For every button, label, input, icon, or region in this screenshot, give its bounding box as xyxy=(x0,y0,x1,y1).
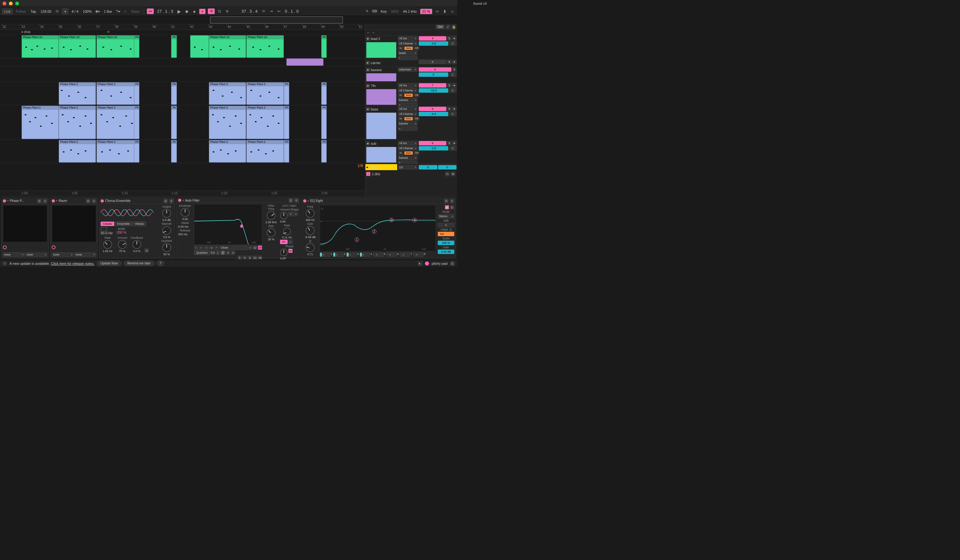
clip[interactable]: Phase Plant 2 xyxy=(96,106,136,139)
af-circuit-dropdown[interactable]: Clean xyxy=(219,245,252,250)
arm-button[interactable]: ● xyxy=(452,36,456,41)
fold-button[interactable]: ▾ xyxy=(366,107,370,111)
minimize-window-button[interactable] xyxy=(9,2,13,5)
tempo-field[interactable]: 128.00 xyxy=(39,10,53,13)
clip[interactable]: Ph xyxy=(171,106,176,139)
clip[interactable]: Ph xyxy=(134,106,139,139)
lane-7th[interactable]: Phase Plant 2 Phase Plant 2 Ph Ph Phase … xyxy=(0,82,365,106)
clip[interactable]: Ph xyxy=(171,140,176,163)
eq-band-type-dropdown[interactable] xyxy=(416,252,424,257)
eq-band-enable[interactable] xyxy=(333,252,336,257)
input-dropdown[interactable]: All Ins xyxy=(398,141,418,146)
capture-button[interactable]: ⊡ xyxy=(217,8,222,14)
loop-position[interactable]: 37 . 3 . 4 xyxy=(240,9,259,14)
clip[interactable]: Phase Plant 2 xyxy=(96,82,136,105)
af-lfo-amount-knob[interactable] xyxy=(280,212,288,219)
fold-button[interactable]: ▾ xyxy=(366,68,370,72)
eq-scale-field[interactable]: 100 % xyxy=(438,241,454,245)
solo-button[interactable]: S xyxy=(447,83,451,88)
chain-dropdown[interactable]: none xyxy=(52,252,74,257)
eq-band-enable[interactable] xyxy=(346,252,349,257)
af-res-knob[interactable] xyxy=(267,228,275,237)
clip[interactable]: Ph xyxy=(171,82,176,105)
update-now-button[interactable]: Update Now xyxy=(97,261,121,266)
volume-field[interactable]: -9.3 xyxy=(419,112,448,116)
input-dropdown[interactable]: sidechain xyxy=(398,67,418,72)
tempo-automation-icon[interactable]: ♪ xyxy=(366,172,370,176)
device-save-icon[interactable]: ⊡ xyxy=(37,199,42,203)
arm-button[interactable]: ● xyxy=(452,107,456,111)
scale-root-field[interactable]: C xyxy=(123,10,128,13)
clip[interactable]: Ph xyxy=(284,82,289,105)
clip[interactable]: Phase Plant 10 xyxy=(246,35,283,58)
time-signature-field[interactable]: 4 / 4 xyxy=(70,10,79,13)
locator-drop[interactable]: drop xyxy=(22,30,30,34)
solo-button[interactable]: S xyxy=(447,141,451,146)
output-dropdown[interactable]: basses xyxy=(398,155,418,160)
metronome-icon[interactable]: ⦀⦀ xyxy=(54,8,60,14)
af-quant-btn[interactable]: 0.5 xyxy=(210,251,215,255)
output-dropdown[interactable]: leads xyxy=(398,51,418,55)
punch-out-button[interactable]: ↤ xyxy=(276,8,282,14)
draw-mode-button[interactable]: ✎▸ xyxy=(115,8,121,14)
eq-band-type-dropdown[interactable] xyxy=(389,252,397,257)
solo-button[interactable]: S xyxy=(447,36,451,41)
af-filter-display[interactable]: 100 1k 10k xyxy=(194,204,262,245)
track-name[interactable]: basses xyxy=(371,68,382,72)
chain-dropdown[interactable]: none xyxy=(3,252,25,257)
fold-button[interactable]: ▾ xyxy=(366,142,370,146)
height-button[interactable]: H xyxy=(445,172,450,176)
info-icon[interactable]: i xyxy=(3,261,7,266)
chorus-hpf-freq[interactable]: 50.0 Hz xyxy=(101,231,113,235)
pan-field[interactable]: C xyxy=(449,146,456,150)
clip[interactable]: Phase Plant 2 xyxy=(246,140,283,163)
device-expand-icon[interactable]: ⊙ xyxy=(92,199,96,203)
maximize-window-button[interactable] xyxy=(15,2,19,5)
device-expand-icon[interactable]: ⊙ xyxy=(450,199,454,203)
grid-fraction[interactable]: 1/8 xyxy=(357,163,363,168)
af-attack-field[interactable]: 6.00 ms xyxy=(178,225,192,228)
filter-lowpass-icon[interactable]: ⌐ xyxy=(194,245,198,250)
filter-highpass-icon[interactable]: ⌐ xyxy=(199,245,203,250)
eq-band-type-dropdown[interactable] xyxy=(336,252,344,257)
track-activator[interactable]: 4 xyxy=(419,36,446,41)
af-quant-btn[interactable]: 12 xyxy=(253,256,257,260)
main-volume[interactable]: 0 xyxy=(438,165,457,170)
chorus-width-field[interactable]: 200 % xyxy=(117,230,126,234)
eq-band-2[interactable]: 2 xyxy=(372,229,376,234)
groove-amount-field[interactable]: 100% xyxy=(82,10,93,13)
stop-button[interactable]: ■ xyxy=(184,8,190,14)
af-slope-12-button[interactable]: 12 xyxy=(253,245,257,250)
track-activator[interactable]: 5 xyxy=(419,60,446,64)
help-button[interactable]: ? xyxy=(157,261,165,266)
quantize-menu[interactable]: 1 Bar xyxy=(102,10,114,13)
device-save-icon[interactable]: ⊡ xyxy=(444,199,449,203)
eq-mode-dropdown[interactable]: Stereo xyxy=(438,214,454,218)
eq-band-enable[interactable] xyxy=(400,252,402,257)
clip[interactable]: Phase Plant 2 xyxy=(59,82,96,105)
af-quant-btn[interactable]: 4 xyxy=(231,251,235,255)
chorus-warmth-knob[interactable] xyxy=(162,226,171,235)
solo-button[interactable]: S xyxy=(452,67,456,72)
af-quant-btn[interactable]: 2 xyxy=(221,251,225,255)
eq-band-type-dropdown[interactable] xyxy=(403,252,410,257)
output-dropdown[interactable]: 1/2 xyxy=(398,165,418,170)
volume-field[interactable]: -2.6 xyxy=(419,146,448,150)
clip[interactable]: Phase Plant 10 xyxy=(22,35,59,58)
cpu-meter[interactable]: 21 % xyxy=(420,8,432,14)
pencil-icon[interactable]: ✎ xyxy=(364,8,370,14)
input-channel-dropdown[interactable]: All Channe xyxy=(398,41,418,46)
lane-bass[interactable]: Phase Plant 2 Phase Plant 2 Phase Plant … xyxy=(0,106,365,140)
loop-length[interactable]: 0 . 1 . 0 xyxy=(283,9,300,14)
close-window-button[interactable] xyxy=(3,2,6,5)
clip[interactable]: Ph xyxy=(134,140,139,163)
af-freq-knob[interactable] xyxy=(267,211,275,220)
eq-band-type-dropdown[interactable] xyxy=(363,252,370,257)
track-name[interactable]: lead 2 xyxy=(371,37,380,41)
clip[interactable]: Phase Plant 10 xyxy=(209,35,246,58)
fold-button[interactable]: ▸ xyxy=(366,61,370,65)
track-activator[interactable]: 6 xyxy=(419,67,451,72)
af-quant-btn[interactable]: 16 xyxy=(258,256,262,260)
eq-adaptq-button[interactable]: On xyxy=(438,232,454,236)
menu-icon[interactable]: ≡ xyxy=(450,8,455,14)
